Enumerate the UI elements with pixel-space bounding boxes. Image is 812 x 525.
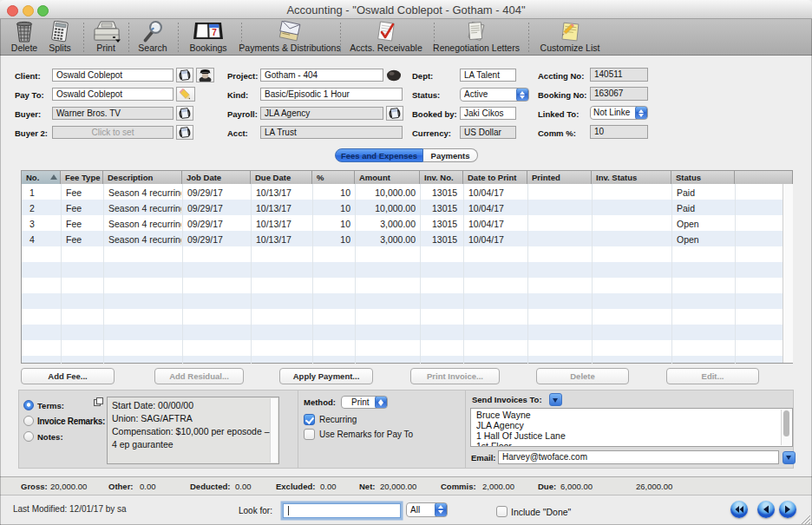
svg-text:7: 7: [212, 28, 217, 37]
